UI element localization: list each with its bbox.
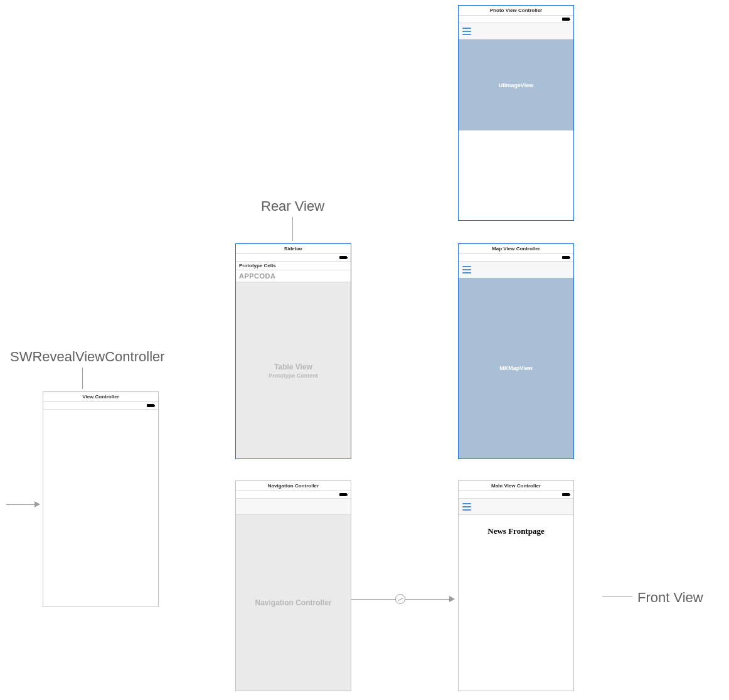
screen-header: Navigation Controller: [236, 481, 351, 491]
arrow-entry-line: [6, 504, 35, 505]
screen-main-vc[interactable]: Main View Controller News Frontpage: [458, 480, 574, 691]
placeholder-title: Navigation Controller: [255, 598, 331, 607]
mkmapview-placeholder: MKMapView: [459, 278, 573, 459]
screen-header: Main View Controller: [459, 481, 573, 491]
nav-bar: [236, 499, 351, 515]
label-swreveal: SWRevealViewController: [10, 349, 165, 365]
placeholder-title: MKMapView: [499, 365, 532, 371]
hamburger-icon[interactable]: [462, 28, 471, 35]
nav-bar: [459, 23, 573, 40]
table-view-placeholder: Table View Prototype Content: [236, 282, 351, 459]
segue-line-left: [351, 599, 395, 600]
nav-bar: [459, 262, 573, 278]
nav-placeholder: Navigation Controller: [236, 515, 351, 691]
connector-swreveal: [82, 368, 83, 389]
status-bar: [459, 254, 573, 262]
hamburger-icon[interactable]: [462, 266, 471, 273]
screen-body: Navigation Controller: [236, 515, 351, 691]
battery-icon: [147, 404, 154, 407]
screen-body: [43, 410, 158, 607]
screen-header: Map View Controller: [459, 244, 573, 254]
hamburger-icon[interactable]: [462, 503, 471, 511]
screen-root-vc[interactable]: View Controller: [43, 391, 159, 607]
table-view-body: Table View Prototype Content: [236, 282, 351, 459]
segue-line-right: [405, 599, 449, 600]
screen-header: View Controller: [43, 392, 158, 402]
arrow-entry-head: [35, 501, 40, 507]
status-bar: [236, 491, 351, 499]
screen-body: News Frontpage: [459, 515, 573, 691]
appcoda-cell: APPCODA: [236, 270, 351, 282]
placeholder-title: UIImageView: [499, 82, 533, 88]
status-bar: [43, 402, 158, 410]
battery-icon: [562, 256, 570, 259]
screen-navigation-controller[interactable]: Navigation Controller Navigation Control…: [235, 480, 351, 691]
screen-photo-vc[interactable]: Photo View Controller UIImageView: [458, 5, 574, 221]
prototype-cells-header: Prototype Cells: [236, 262, 351, 270]
status-bar: [459, 16, 573, 23]
segue-arrow-head: [449, 596, 455, 602]
connector-front: [602, 597, 632, 597]
uiimageview-placeholder: UIImageView: [459, 40, 573, 130]
screen-body: UIImageView: [459, 40, 573, 220]
placeholder-title: Table View: [274, 363, 312, 371]
label-front-view: Front View: [637, 590, 703, 606]
screen-header: Photo View Controller: [459, 6, 573, 16]
screen-sidebar[interactable]: Sidebar Prototype Cells APPCODA Table Vi…: [235, 243, 351, 459]
battery-icon: [562, 493, 570, 496]
screen-map-vc[interactable]: Map View Controller MKMapView: [458, 243, 574, 459]
nav-bar: [459, 499, 573, 515]
screen-header: Sidebar: [236, 244, 351, 254]
battery-icon: [562, 18, 570, 21]
battery-icon: [339, 256, 347, 259]
segue-icon: [395, 594, 405, 604]
news-frontpage-title: News Frontpage: [459, 526, 573, 536]
status-bar: [459, 491, 573, 499]
battery-icon: [339, 493, 347, 496]
placeholder-subtitle: Prototype Content: [269, 373, 318, 379]
status-bar: [236, 254, 351, 262]
connector-rear: [292, 217, 293, 241]
map-body: MKMapView: [459, 278, 573, 459]
label-rear-view: Rear View: [261, 198, 324, 215]
